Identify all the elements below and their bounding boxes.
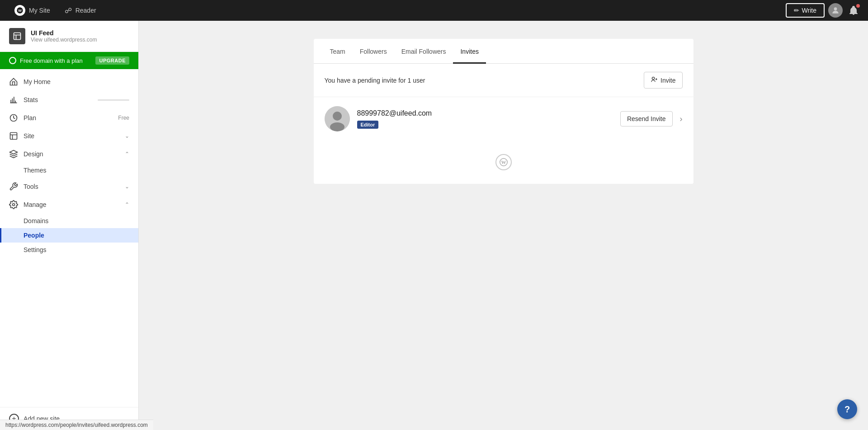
plan-badge: Free — [118, 115, 129, 121]
site-chevron: ⌄ — [125, 133, 129, 139]
stats-icon — [9, 95, 18, 104]
design-icon — [9, 150, 18, 159]
reader-icon: ☍ — [65, 6, 72, 15]
reader-label: Reader — [75, 7, 96, 14]
manage-chevron: ⌃ — [125, 201, 129, 208]
manage-icon — [9, 200, 18, 209]
manage-label: Manage — [24, 201, 47, 208]
write-button[interactable]: ✏ Write — [786, 3, 825, 18]
people-label: People — [24, 232, 44, 239]
svg-text:W: W — [18, 9, 22, 13]
stats-label: Stats — [24, 96, 38, 103]
site-url[interactable]: View uifeed.wordpress.com — [31, 37, 97, 43]
svg-point-10 — [330, 122, 344, 131]
plan-label: Plan — [24, 114, 36, 122]
invite-button[interactable]: Invite — [644, 72, 682, 89]
notifications-button[interactable] — [846, 3, 861, 18]
domains-label: Domains — [24, 217, 48, 224]
design-label: Design — [24, 150, 43, 158]
themes-label: Themes — [24, 167, 47, 174]
upgrade-banner-left: Free domain with a plan — [9, 57, 83, 64]
sidebar-nav: My Home Stats Plan Free — [0, 69, 138, 407]
tab-team[interactable]: Team — [323, 39, 353, 64]
sidebar-item-domains[interactable]: Domains — [0, 214, 138, 228]
svg-point-6 — [13, 204, 15, 206]
pending-invite-text: You have a pending invite for 1 user — [325, 77, 425, 84]
status-url: https://wordpress.com/people/invites/uif… — [5, 422, 148, 428]
status-bar: https://wordpress.com/people/invites/uif… — [0, 420, 153, 430]
add-person-icon — [651, 76, 658, 84]
svg-text:W: W — [501, 159, 506, 165]
write-icon: ✏ — [794, 7, 799, 14]
settings-label: Settings — [24, 246, 47, 253]
design-chevron: ⌃ — [125, 151, 129, 157]
site-icon — [9, 28, 25, 44]
top-navigation: W My Site ☍ Reader ✏ Write — [0, 0, 868, 21]
upgrade-badge: UPGRADE — [95, 56, 129, 65]
reader-nav[interactable]: ☍ Reader — [57, 0, 104, 21]
top-nav-left: W My Site ☍ Reader — [7, 0, 104, 21]
user-avatar — [325, 106, 350, 131]
svg-point-9 — [333, 112, 342, 121]
my-site-nav[interactable]: W My Site — [7, 0, 57, 21]
help-button[interactable]: ? — [837, 399, 857, 419]
main-layout: UI Feed View uifeed.wordpress.com Free d… — [0, 21, 868, 430]
tools-icon — [9, 182, 18, 191]
svg-rect-3 — [14, 33, 21, 40]
sidebar-item-manage[interactable]: Manage ⌃ — [0, 196, 138, 214]
notification-badge — [856, 4, 860, 8]
resend-invite-button[interactable]: Resend Invite — [620, 111, 673, 126]
sidebar-item-site[interactable]: Site ⌄ — [0, 127, 138, 145]
top-nav-right: ✏ Write — [786, 3, 861, 18]
svg-rect-5 — [10, 133, 17, 140]
tools-label: Tools — [24, 183, 38, 190]
user-email: 88999782@uifeed.com — [357, 109, 613, 117]
site-name: UI Feed — [31, 29, 97, 37]
role-badge: Editor — [357, 121, 379, 129]
invite-user-row: 88999782@uifeed.com Editor Resend Invite… — [314, 97, 693, 140]
sidebar-item-settings[interactable]: Settings — [0, 243, 138, 257]
wordpress-footer-logo: W — [495, 154, 512, 170]
my-site-label: My Site — [29, 7, 50, 14]
user-info: 88999782@uifeed.com Editor — [357, 109, 613, 129]
content-card: Team Followers Email Followers Invites Y… — [314, 39, 693, 184]
pending-invite-bar: You have a pending invite for 1 user Inv… — [314, 64, 693, 97]
sidebar-item-my-home[interactable]: My Home — [0, 73, 138, 91]
tab-email-followers[interactable]: Email Followers — [394, 39, 453, 64]
sidebar-item-plan[interactable]: Plan Free — [0, 109, 138, 127]
site-header: UI Feed View uifeed.wordpress.com — [0, 21, 138, 52]
site-label: Site — [24, 132, 34, 140]
stats-bar — [98, 99, 129, 101]
svg-point-7 — [652, 77, 654, 79]
chevron-right-icon[interactable]: › — [680, 114, 683, 124]
tab-invites[interactable]: Invites — [453, 39, 486, 64]
tab-followers[interactable]: Followers — [353, 39, 394, 64]
sidebar-item-tools[interactable]: Tools ⌄ — [0, 178, 138, 196]
tools-chevron: ⌄ — [125, 183, 129, 190]
tabs-bar: Team Followers Email Followers Invites — [314, 39, 693, 64]
home-icon — [9, 77, 18, 86]
site-info: UI Feed View uifeed.wordpress.com — [31, 29, 97, 43]
main-content: Team Followers Email Followers Invites Y… — [139, 21, 868, 430]
invite-btn-label: Invite — [660, 77, 675, 84]
sidebar-item-people[interactable]: People — [0, 228, 138, 243]
plan-icon — [9, 113, 18, 122]
user-avatar-nav[interactable] — [828, 3, 843, 18]
svg-point-2 — [834, 7, 837, 10]
my-home-label: My Home — [24, 78, 51, 85]
sidebar: UI Feed View uifeed.wordpress.com Free d… — [0, 21, 139, 430]
upgrade-banner[interactable]: Free domain with a plan UPGRADE — [0, 52, 138, 69]
wordpress-logo: W — [14, 5, 25, 16]
site-nav-icon — [9, 131, 18, 140]
sidebar-item-design[interactable]: Design ⌃ — [0, 145, 138, 163]
circle-icon — [9, 57, 16, 64]
sidebar-item-themes[interactable]: Themes — [0, 163, 138, 178]
upgrade-text: Free domain with a plan — [20, 57, 83, 64]
wp-footer: W — [314, 140, 693, 184]
sidebar-item-stats[interactable]: Stats — [0, 91, 138, 109]
write-label: Write — [802, 7, 816, 14]
